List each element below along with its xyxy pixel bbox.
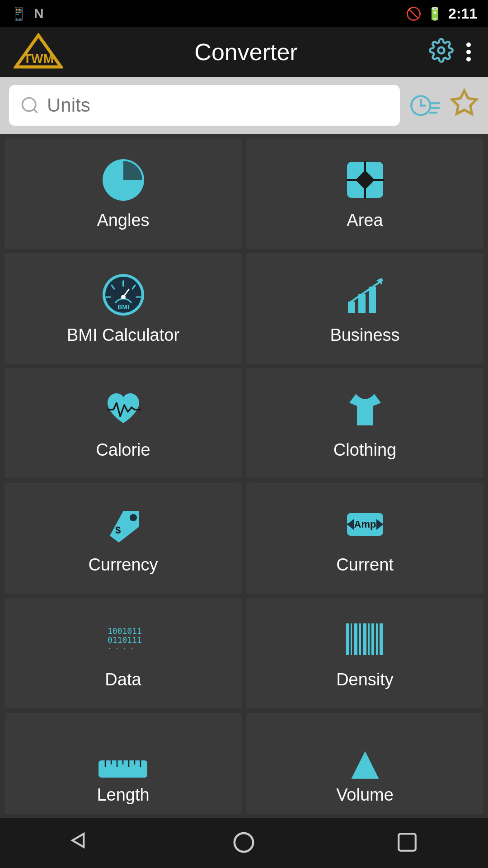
search-field-wrap: [9, 85, 400, 126]
svg-rect-47: [368, 623, 370, 655]
search-icon: [20, 95, 40, 115]
svg-marker-60: [72, 834, 84, 847]
svg-point-31: [130, 514, 137, 521]
business-label: Business: [330, 326, 399, 345]
search-input[interactable]: [47, 94, 389, 116]
currency-icon: $: [101, 502, 146, 547]
svg-rect-43: [351, 623, 352, 655]
svg-rect-46: [363, 623, 366, 655]
favorites-button[interactable]: [450, 88, 479, 123]
status-left-icons: 📱 N: [11, 6, 44, 21]
app-logo: TWM: [14, 33, 63, 71]
currency-label: Currency: [88, 555, 158, 575]
grid-item-current[interactable]: Amp Current: [246, 483, 483, 593]
volume-icon: [347, 749, 383, 781]
data-label: Data: [105, 670, 141, 689]
svg-rect-62: [399, 834, 416, 851]
clothing-label: Clothing: [333, 440, 396, 460]
svg-text:1001011: 1001011: [108, 626, 142, 636]
svg-rect-49: [376, 623, 378, 655]
app-bar: TWM Converter: [0, 27, 488, 77]
grid-item-business[interactable]: Business: [246, 253, 483, 363]
svg-rect-45: [359, 623, 361, 655]
history-button[interactable]: [409, 93, 441, 118]
svg-marker-9: [452, 90, 476, 114]
svg-text:Amp: Amp: [354, 519, 376, 530]
grid-item-volume[interactable]: Volume: [246, 713, 483, 814]
status-right-icons: 🚫 🔋 2:11: [406, 5, 477, 22]
svg-line-4: [34, 109, 38, 113]
area-icon: [343, 157, 388, 203]
grid-item-length[interactable]: Length: [5, 713, 242, 814]
clock-time: 2:11: [448, 5, 477, 22]
app-bar-actions: [429, 38, 474, 66]
svg-text:BMI: BMI: [117, 303, 129, 311]
svg-point-3: [23, 98, 36, 111]
search-bar-area: [0, 77, 488, 134]
svg-line-29: [349, 280, 382, 303]
density-label: Density: [336, 670, 394, 689]
length-icon: [99, 754, 148, 781]
current-label: Current: [336, 555, 394, 575]
angles-icon: [101, 157, 146, 203]
svg-text:· · · ·: · · · ·: [108, 645, 134, 652]
area-label: Area: [347, 211, 383, 230]
volume-label: Volume: [336, 785, 394, 805]
svg-point-2: [438, 47, 445, 53]
bmi-icon: BMI: [101, 272, 146, 317]
grid-item-area[interactable]: Area: [246, 138, 483, 249]
grid-item-density[interactable]: Density: [246, 598, 483, 708]
grid-item-clothing[interactable]: Clothing: [246, 368, 483, 478]
grid-item-bmi[interactable]: BMI BMI Calculator: [5, 253, 242, 363]
svg-text:0110111: 0110111: [108, 635, 142, 645]
svg-point-24: [121, 295, 126, 299]
svg-rect-50: [380, 623, 383, 655]
angles-label: Angles: [97, 211, 149, 230]
svg-rect-48: [371, 623, 374, 655]
converter-grid: Angles Area BMI BMI Calcula: [0, 134, 488, 818]
business-icon: [343, 272, 388, 317]
current-icon: Amp: [343, 502, 388, 547]
bmi-label: BMI Calculator: [67, 326, 179, 345]
phone-icon: 📱: [11, 6, 27, 21]
grid-item-calorie[interactable]: Calorie: [5, 368, 242, 478]
status-bar: 📱 N 🚫 🔋 2:11: [0, 0, 488, 27]
svg-text:$: $: [115, 524, 121, 536]
data-icon: 1001011 0110111 · · · ·: [101, 617, 146, 662]
nav-recent-button[interactable]: [396, 831, 418, 855]
app-title: Converter: [72, 38, 420, 66]
more-options-button[interactable]: [463, 39, 474, 65]
density-icon: [343, 617, 388, 662]
svg-rect-44: [354, 623, 357, 655]
grid-item-angles[interactable]: Angles: [5, 138, 242, 249]
svg-marker-59: [351, 751, 379, 778]
svg-point-61: [235, 833, 253, 851]
length-label: Length: [97, 785, 149, 805]
nav-back-button[interactable]: [70, 829, 92, 857]
svg-rect-28: [369, 287, 376, 313]
no-sim-icon: 🚫: [406, 6, 422, 21]
svg-text:TWM: TWM: [23, 52, 54, 66]
settings-button[interactable]: [429, 38, 454, 66]
calorie-icon: [101, 387, 146, 432]
n-icon: N: [34, 6, 44, 21]
calorie-label: Calorie: [96, 440, 150, 460]
grid-item-data[interactable]: 1001011 0110111 · · · · Data: [5, 598, 242, 708]
clothing-icon: [343, 387, 388, 432]
nav-bar: [0, 818, 488, 868]
grid-item-currency[interactable]: $ Currency: [5, 483, 242, 593]
battery-icon: 🔋: [427, 6, 443, 21]
nav-home-button[interactable]: [231, 830, 256, 857]
svg-rect-42: [346, 623, 349, 655]
